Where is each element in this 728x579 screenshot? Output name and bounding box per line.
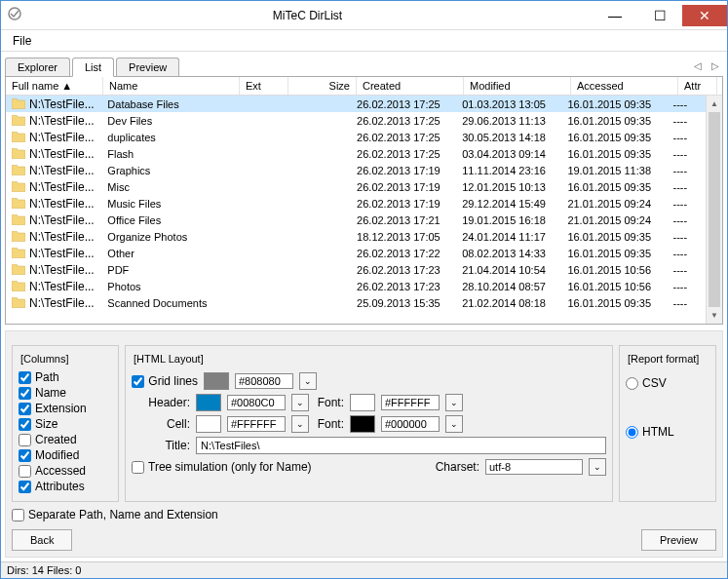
table-row[interactable]: N:\TestFile...Other26.02.2013 17:2208.02… — [6, 245, 706, 261]
tab-scroll-left-icon[interactable]: ◁ — [690, 60, 706, 71]
col-size[interactable]: Size — [288, 77, 357, 95]
charset-select[interactable] — [485, 459, 583, 475]
table-row[interactable]: N:\TestFile...Dev Files26.02.2013 17:252… — [6, 112, 706, 129]
cell-created: 26.02.2013 17:19 — [351, 165, 456, 176]
status-bar: Dirs: 14 Files: 0 — [1, 561, 727, 578]
scroll-thumb[interactable] — [709, 112, 720, 307]
table-row[interactable]: N:\TestFile...duplicates26.02.2013 17:25… — [6, 129, 706, 145]
cell-hex[interactable]: #FFFFFF — [227, 416, 286, 432]
table-row[interactable]: N:\TestFile...Misc26.02.2013 17:1912.01.… — [6, 178, 706, 195]
radio-csv[interactable]: CSV — [626, 376, 709, 390]
cell-modified: 03.04.2013 09:14 — [456, 148, 561, 160]
minimize-button[interactable]: — — [593, 5, 637, 26]
columns-legend: [Columns] — [19, 353, 71, 365]
table-row[interactable]: N:\TestFile...Music Files26.02.2013 17:1… — [6, 195, 706, 212]
cell-created: 26.02.2013 17:21 — [351, 214, 456, 226]
cell-attr: ---- — [668, 248, 706, 259]
cell-modified: 01.03.2013 13:05 — [456, 98, 561, 110]
cell-accessed: 16.01.2015 09:35 — [561, 115, 667, 127]
col-created[interactable]: Created — [357, 77, 464, 95]
cell-name: Dev Files — [101, 115, 236, 127]
back-button[interactable]: Back — [12, 529, 72, 551]
table-row[interactable]: N:\TestFile...Office Files26.02.2013 17:… — [6, 212, 706, 228]
radio-html[interactable]: HTML — [626, 425, 709, 439]
cell-created: 26.02.2013 17:19 — [351, 198, 456, 210]
chk-gridlines[interactable]: Grid lines — [132, 374, 198, 388]
cell-name: Scanned Documents — [101, 297, 236, 309]
cell-modified: 21.04.2014 10:54 — [456, 264, 561, 276]
close-button[interactable]: ✕ — [682, 5, 727, 26]
header-font-drop-icon[interactable]: ⌄ — [445, 394, 463, 411]
cell-modified: 28.10.2014 08:57 — [456, 281, 561, 292]
scroll-down-icon[interactable]: ▼ — [707, 307, 722, 324]
table-row[interactable]: N:\TestFile...Photos26.02.2013 17:2328.1… — [6, 278, 706, 294]
header-drop-icon[interactable]: ⌄ — [291, 394, 309, 411]
chk-created[interactable]: Created — [19, 433, 112, 446]
col-accessed[interactable]: Accessed — [571, 77, 678, 95]
cell-font-swatch[interactable] — [350, 415, 375, 433]
svg-point-0 — [9, 8, 20, 19]
title-input[interactable] — [196, 437, 606, 454]
chk-path[interactable]: Path — [19, 370, 112, 384]
scroll-up-icon[interactable]: ▲ — [707, 96, 722, 112]
cell-fullname: N:\TestFile... — [6, 147, 101, 161]
cell-attr: ---- — [668, 148, 706, 160]
cell-fullname: N:\TestFile... — [6, 180, 101, 194]
cell-modified: 12.01.2015 10:13 — [456, 181, 561, 193]
table-row[interactable]: N:\TestFile...Database Files26.02.2013 1… — [6, 96, 706, 112]
gridlines-hex[interactable]: #808080 — [235, 373, 293, 389]
cell-fullname: N:\TestFile... — [6, 296, 101, 310]
chk-accessed[interactable]: Accessed — [19, 464, 112, 478]
table-row[interactable]: N:\TestFile...Flash26.02.2013 17:2503.04… — [6, 145, 706, 162]
cell-font-drop-icon[interactable]: ⌄ — [445, 415, 463, 433]
gridlines-swatch[interactable] — [204, 372, 229, 390]
header-font-swatch[interactable] — [350, 394, 375, 411]
cell-accessed: 21.01.2015 09:24 — [561, 214, 667, 226]
cell-name: Office Files — [101, 214, 236, 226]
col-attr[interactable]: Attr — [678, 77, 717, 95]
cell-modified: 19.01.2015 16:18 — [456, 214, 561, 226]
chk-size[interactable]: Size — [19, 417, 112, 431]
cell-drop-icon[interactable]: ⌄ — [291, 415, 309, 433]
list-header: Full name ▲ Name Ext Size Created Modifi… — [6, 77, 722, 96]
cell-accessed: 16.01.2015 09:35 — [561, 181, 667, 193]
cell-swatch[interactable] — [196, 415, 221, 433]
tab-list[interactable]: List — [72, 58, 114, 77]
header-swatch[interactable] — [196, 394, 221, 411]
chk-separate[interactable]: Separate Path, Name and Extension — [12, 508, 716, 521]
header-font-hex[interactable]: #FFFFFF — [381, 395, 440, 410]
preview-button[interactable]: Preview — [641, 529, 716, 551]
charset-drop-icon[interactable]: ⌄ — [589, 458, 606, 476]
col-modified[interactable]: Modified — [464, 77, 571, 95]
cell-fullname: N:\TestFile... — [6, 131, 101, 144]
table-row[interactable]: N:\TestFile...Graphics26.02.2013 17:1911… — [6, 162, 706, 178]
gridlines-drop-icon[interactable]: ⌄ — [299, 372, 317, 390]
tab-explorer[interactable]: Explorer — [5, 58, 70, 76]
tab-strip: Explorer List Preview ◁ ▷ — [5, 56, 723, 77]
table-row[interactable]: N:\TestFile...PDF26.02.2013 17:2321.04.2… — [6, 261, 706, 278]
titlebar: MiTeC DirList — ☐ ✕ — [1, 1, 727, 30]
chk-attributes[interactable]: Attributes — [19, 480, 112, 493]
chk-extension[interactable]: Extension — [19, 402, 112, 415]
cell-modified: 29.12.2014 15:49 — [456, 198, 561, 210]
maximize-button[interactable]: ☐ — [637, 5, 682, 26]
menu-file[interactable]: File — [7, 32, 37, 50]
scrollbar[interactable]: ▲ ▼ — [706, 96, 722, 324]
header-hex[interactable]: #0080C0 — [227, 395, 286, 410]
list-body[interactable]: N:\TestFile...Database Files26.02.2013 1… — [6, 96, 706, 324]
col-ext[interactable]: Ext — [240, 77, 288, 95]
cell-attr: ---- — [668, 297, 706, 309]
cell-accessed: 16.01.2015 09:35 — [561, 132, 667, 143]
tab-preview[interactable]: Preview — [116, 58, 179, 76]
col-name[interactable]: Name — [103, 77, 240, 95]
col-fullname[interactable]: Full name ▲ — [6, 77, 103, 95]
chk-name[interactable]: Name — [19, 386, 112, 400]
table-row[interactable]: N:\TestFile...Organize Photos18.12.2013 … — [6, 228, 706, 245]
chk-modified[interactable]: Modified — [19, 448, 112, 462]
table-row[interactable]: N:\TestFile...Scanned Documents25.09.201… — [6, 294, 706, 311]
chk-treesim[interactable]: Tree simulation (only for Name) — [132, 460, 312, 474]
cell-attr: ---- — [668, 132, 706, 143]
columns-panel: [Columns] Path Name Extension Size Creat… — [12, 345, 119, 502]
cell-font-hex[interactable]: #000000 — [381, 416, 440, 432]
tab-scroll-right-icon[interactable]: ▷ — [708, 60, 723, 71]
